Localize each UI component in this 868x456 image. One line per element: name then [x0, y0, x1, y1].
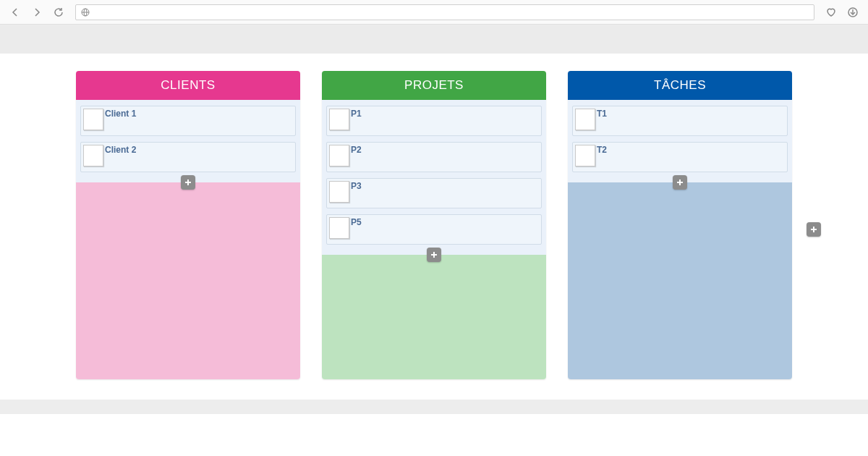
browser-toolbar: [0, 0, 868, 25]
item-label: P3: [351, 181, 362, 191]
list-item[interactable]: Client 1: [80, 106, 296, 136]
list-item[interactable]: P1: [326, 106, 542, 136]
url-input[interactable]: [95, 5, 809, 20]
item-label: P5: [351, 217, 362, 227]
list-item[interactable]: T2: [572, 142, 788, 172]
add-item-button[interactable]: [181, 175, 195, 190]
item-label: T2: [597, 145, 607, 155]
column-header-clients: CLIENTS: [76, 71, 300, 100]
column-header-taches: TÂCHES: [568, 71, 792, 100]
item-thumb-icon: [329, 145, 349, 166]
column-body-clients: [76, 182, 300, 379]
item-thumb-icon: [575, 109, 595, 130]
back-button[interactable]: [7, 4, 23, 20]
download-button[interactable]: [845, 4, 861, 20]
column-body-projets: [322, 255, 546, 379]
bottom-bar: [0, 400, 868, 414]
column-items-taches: T1 T2: [568, 100, 792, 182]
add-item-button[interactable]: [673, 175, 687, 190]
column-body-taches: [568, 182, 792, 379]
board: CLIENTS Client 1 Client 2 PROJETS: [0, 54, 868, 379]
item-thumb-icon: [83, 109, 103, 130]
column-header-projets: PROJETS: [322, 71, 546, 100]
item-label: T1: [597, 109, 607, 119]
favorite-button[interactable]: [823, 4, 839, 20]
globe-icon: [80, 7, 90, 17]
item-label: Client 1: [105, 109, 136, 119]
item-thumb-icon: [575, 145, 595, 166]
sub-toolbar: [0, 25, 868, 54]
item-thumb-icon: [83, 145, 103, 166]
item-thumb-icon: [329, 109, 349, 130]
add-item-button[interactable]: [427, 248, 441, 262]
column-taches: TÂCHES T1 T2: [568, 71, 792, 379]
columns-container: CLIENTS Client 1 Client 2 PROJETS: [76, 71, 792, 379]
item-label: P2: [351, 145, 362, 155]
forward-button[interactable]: [29, 4, 45, 20]
item-thumb-icon: [329, 217, 349, 239]
column-items-clients: Client 1 Client 2: [76, 100, 300, 182]
add-column-button[interactable]: [807, 222, 821, 237]
column-projets: PROJETS P1 P2 P3 P5: [322, 71, 546, 379]
column-items-projets: P1 P2 P3 P5: [322, 100, 546, 255]
list-item[interactable]: P3: [326, 178, 542, 208]
item-label: P1: [351, 109, 362, 119]
list-item[interactable]: P2: [326, 142, 542, 172]
item-label: Client 2: [105, 145, 136, 155]
list-item[interactable]: T1: [572, 106, 788, 136]
list-item[interactable]: Client 2: [80, 142, 296, 172]
reload-button[interactable]: [51, 4, 67, 20]
address-bar[interactable]: [75, 4, 814, 20]
list-item[interactable]: P5: [326, 214, 542, 245]
column-clients: CLIENTS Client 1 Client 2: [76, 71, 300, 379]
item-thumb-icon: [329, 181, 349, 203]
